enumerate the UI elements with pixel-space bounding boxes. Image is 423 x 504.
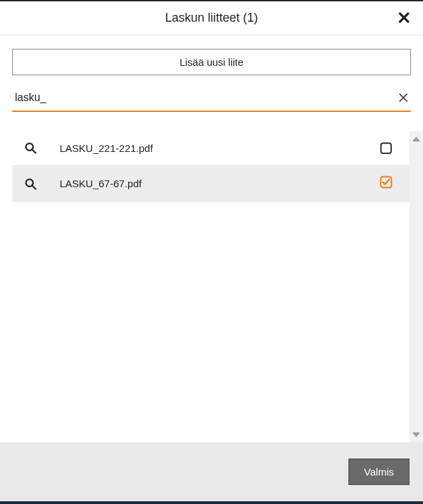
- attachments-modal: Laskun liitteet (1) Lisää uusi liite: [0, 1, 423, 504]
- chevron-down-icon: [412, 432, 420, 438]
- top-controls: Lisää uusi liite: [0, 35, 423, 112]
- modal-footer: Valmis: [0, 442, 423, 504]
- scrollbar[interactable]: [409, 131, 423, 442]
- add-attachment-button[interactable]: Lisää uusi liite: [12, 49, 411, 75]
- modal-header: Laskun liitteet (1): [0, 1, 423, 35]
- file-list: LASKU_221-221.pdf LASKU_67-67.pdf: [0, 131, 409, 442]
- search-field-wrap: [12, 86, 411, 112]
- checkbox-unchecked-icon: [380, 142, 392, 154]
- scroll-down-arrow[interactable]: [412, 429, 420, 440]
- file-name: LASKU_67-67.pdf: [60, 178, 376, 189]
- select-checkbox[interactable]: [376, 142, 396, 154]
- clear-search-button[interactable]: [399, 92, 408, 104]
- search-input[interactable]: [12, 86, 411, 111]
- modal-body: Lisää uusi liite: [0, 35, 423, 442]
- search-icon: [24, 142, 37, 154]
- close-button[interactable]: [399, 12, 409, 25]
- modal-title: Laskun liitteet (1): [165, 11, 258, 25]
- scroll-up-arrow[interactable]: [412, 134, 420, 144]
- file-row[interactable]: LASKU_67-67.pdf: [12, 165, 409, 202]
- clear-icon: [399, 93, 408, 102]
- file-row[interactable]: LASKU_221-221.pdf: [12, 131, 409, 165]
- done-button[interactable]: Valmis: [348, 459, 409, 485]
- file-list-area: LASKU_221-221.pdf LASKU_67-67.pdf: [0, 131, 423, 442]
- preview-button[interactable]: [20, 142, 41, 154]
- file-name: LASKU_221-221.pdf: [60, 142, 376, 154]
- svg-line-3: [32, 185, 35, 189]
- preview-button[interactable]: [20, 178, 41, 190]
- chevron-up-icon: [412, 136, 420, 142]
- svg-line-1: [32, 149, 35, 153]
- select-checkbox[interactable]: [376, 176, 396, 191]
- close-icon: [399, 12, 409, 23]
- checkbox-checked-icon: [380, 176, 392, 191]
- search-icon: [24, 178, 37, 190]
